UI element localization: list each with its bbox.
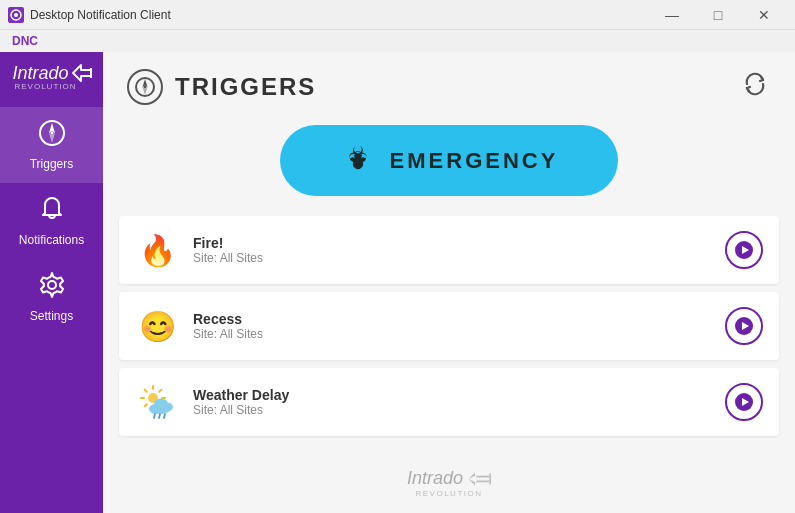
trigger-item-recess: 😊 Recess Site: All Sites — [119, 292, 779, 360]
triggers-icon — [38, 119, 66, 153]
logo-intrado: Intrado — [13, 62, 93, 84]
refresh-button[interactable] — [739, 68, 771, 105]
app-title: Desktop Notification Client — [30, 8, 171, 22]
svg-point-32 — [161, 403, 173, 412]
title-bar-left: Desktop Notification Client — [8, 7, 171, 23]
content-footer: Intrado Revolution — [103, 453, 795, 513]
send-button-weather-delay[interactable] — [725, 383, 763, 421]
footer-revolution-text: Revolution — [415, 489, 482, 498]
svg-point-1 — [14, 13, 18, 17]
svg-line-25 — [145, 390, 147, 392]
trigger-info-weather-delay: Weather Delay Site: All Sites — [193, 387, 711, 417]
biohazard-icon: ☣ — [340, 139, 376, 182]
app-icon — [8, 7, 24, 23]
sidebar-item-settings[interactable]: Settings — [0, 259, 103, 335]
trigger-info-fire: Fire! Site: All Sites — [193, 235, 711, 265]
svg-text:☣: ☣ — [348, 142, 368, 167]
menu-bar: DNC — [0, 30, 795, 52]
trigger-site-fire: Site: All Sites — [193, 251, 711, 265]
trigger-name-recess: Recess — [193, 311, 711, 327]
sidebar-item-triggers[interactable]: Triggers — [0, 107, 103, 183]
svg-point-8 — [48, 281, 56, 289]
notifications-label: Notifications — [19, 233, 84, 247]
window-controls: — □ ✕ — [649, 0, 787, 30]
title-bar: Desktop Notification Client — □ ✕ — [0, 0, 795, 30]
svg-line-28 — [145, 404, 147, 406]
svg-line-27 — [159, 390, 161, 392]
emergency-button[interactable]: ☣ EMERGENCY — [280, 125, 619, 196]
svg-marker-38 — [469, 472, 490, 478]
page-title: TRIGGERS — [175, 73, 316, 101]
fire-icon: 🔥 — [135, 228, 179, 272]
svg-line-35 — [164, 414, 165, 418]
sidebar-logo: Intrado Revolution — [7, 62, 97, 91]
footer-logo-text: Intrado — [407, 468, 463, 489]
header-compass-icon — [127, 69, 163, 105]
content-header: TRIGGERS — [103, 52, 795, 117]
header-left: TRIGGERS — [127, 69, 316, 105]
settings-icon — [38, 271, 66, 305]
trigger-site-recess: Site: All Sites — [193, 327, 711, 341]
trigger-list: 🔥 Fire! Site: All Sites 😊 — [103, 216, 795, 453]
logo-icon — [71, 62, 93, 84]
triggers-label: Triggers — [30, 157, 74, 171]
emergency-section: ☣ EMERGENCY — [103, 117, 795, 216]
send-button-recess[interactable] — [725, 307, 763, 345]
svg-rect-40 — [489, 473, 491, 484]
svg-line-34 — [159, 414, 160, 418]
trigger-site-weather-delay: Site: All Sites — [193, 403, 711, 417]
logo-revolution-text: Revolution — [15, 82, 77, 91]
logo-text: Intrado — [13, 63, 69, 84]
trigger-info-recess: Recess Site: All Sites — [193, 311, 711, 341]
sidebar: Intrado Revolution — [0, 52, 103, 513]
minimize-button[interactable]: — — [649, 0, 695, 30]
trigger-name-fire: Fire! — [193, 235, 711, 251]
weather-delay-icon — [135, 380, 179, 424]
settings-label: Settings — [30, 309, 73, 323]
trigger-name-weather-delay: Weather Delay — [193, 387, 711, 403]
sidebar-item-notifications[interactable]: Notifications — [0, 183, 103, 259]
trigger-item-weather-delay: Weather Delay Site: All Sites — [119, 368, 779, 436]
maximize-button[interactable]: □ — [695, 0, 741, 30]
close-button[interactable]: ✕ — [741, 0, 787, 30]
main-content: TRIGGERS — [103, 52, 795, 513]
svg-line-33 — [154, 414, 155, 418]
menu-dnc[interactable]: DNC — [8, 32, 42, 50]
svg-point-5 — [50, 132, 53, 135]
svg-marker-39 — [469, 479, 490, 485]
app-body: Intrado Revolution — [0, 52, 795, 513]
svg-marker-2 — [73, 65, 91, 81]
trigger-item-fire: 🔥 Fire! Site: All Sites — [119, 216, 779, 284]
emergency-label: EMERGENCY — [390, 148, 559, 174]
recess-icon: 😊 — [135, 304, 179, 348]
send-button-fire[interactable] — [725, 231, 763, 269]
notifications-icon — [38, 195, 66, 229]
